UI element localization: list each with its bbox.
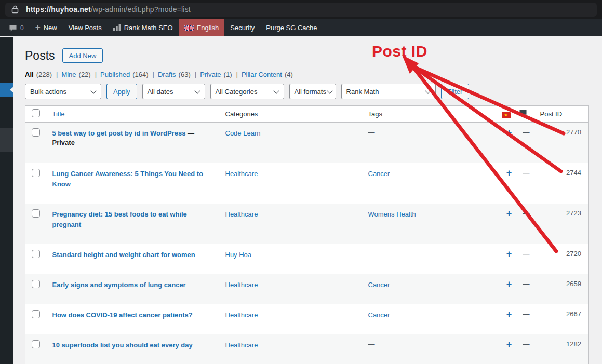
page-header: Posts Add New (25, 47, 602, 64)
admin-bar-security[interactable]: Security (224, 19, 260, 36)
add-translation-icon[interactable]: + (506, 250, 512, 258)
dates-filter-select[interactable]: All dates (142, 84, 205, 99)
post-id-value: 2667 (535, 304, 589, 334)
column-header-post-id: Post ID (535, 106, 589, 123)
vietnam-flag-icon: ★ (502, 112, 511, 118)
status-filter-item: Mine(22)| (61, 71, 97, 78)
row-checkbox[interactable] (32, 128, 40, 137)
category-link[interactable]: Healthcare (225, 170, 258, 178)
admin-bar-comments[interactable]: 0 (3, 19, 30, 36)
formats-filter-select[interactable]: All formats (289, 84, 336, 99)
row-checkbox[interactable] (32, 310, 40, 318)
post-id-value: 2723 (535, 204, 589, 244)
post-title-link[interactable]: 10 superfoods list you should eat every … (52, 341, 193, 349)
admin-menu-collapsed (0, 37, 13, 364)
no-tags-indicator: — (368, 250, 375, 258)
no-translation-indicator: — (523, 128, 530, 136)
add-translation-icon[interactable]: + (506, 280, 512, 288)
add-translation-icon[interactable]: + (506, 209, 512, 218)
add-translation-icon[interactable]: + (506, 310, 512, 318)
tag-link[interactable]: Cancer (368, 311, 390, 319)
status-filter-link[interactable]: Pillar Content (242, 71, 282, 78)
row-checkbox[interactable] (32, 209, 40, 218)
no-translation-indicator: — (523, 310, 530, 318)
status-filter-item: All(228)| (25, 71, 58, 78)
status-filter-item: Drafts(63)| (158, 71, 196, 78)
post-title-link[interactable]: Pregnancy diet: 15 best foods to eat whi… (52, 210, 187, 228)
separator: | (56, 71, 58, 78)
select-all-checkbox[interactable] (32, 109, 40, 117)
status-filter-link[interactable]: Mine (61, 71, 76, 78)
admin-bar-new-label: New (44, 24, 57, 32)
post-title-link[interactable]: Lung Cancer Awareness: 5 Things You Need… (52, 170, 204, 188)
status-filter-count: (22) (79, 71, 91, 78)
status-filter-count: (1) (224, 71, 232, 78)
category-link[interactable]: Healthcare (225, 311, 258, 319)
category-link[interactable]: Huy Hoa (225, 251, 252, 259)
add-translation-icon[interactable]: + (506, 340, 512, 348)
status-filter-count: (164) (132, 71, 148, 78)
admin-bar-language-english[interactable]: English (179, 19, 225, 36)
add-translation-icon[interactable]: + (506, 128, 512, 137)
status-filter-item: Private(1)| (200, 71, 238, 78)
row-checkbox[interactable] (32, 340, 40, 348)
separator: | (153, 71, 154, 78)
no-translation-indicator: — (523, 280, 530, 288)
no-translation-indicator: — (523, 250, 530, 258)
add-translation-icon[interactable]: + (506, 169, 512, 177)
category-link[interactable]: Healthcare (225, 281, 258, 289)
admin-bar-view-posts-label: View Posts (69, 24, 102, 32)
post-title-link[interactable]: 5 best way to get post by id in WordPres… (52, 129, 186, 137)
lock-icon[interactable] (10, 5, 20, 14)
post-id-value: 2744 (535, 163, 589, 204)
admin-bar-purge-cache[interactable]: Purge SG Cache (260, 19, 323, 36)
admin-bar-new[interactable]: + New (30, 19, 63, 36)
no-translation-indicator: — (523, 169, 530, 177)
posts-list-page: Posts Add New All(228)|Mine(22)|Publishe… (13, 37, 602, 364)
tag-link[interactable]: Womens Health (368, 210, 416, 218)
tag-link[interactable]: Cancer (368, 281, 390, 289)
post-title-link[interactable]: Early signs and symptoms of lung cancer (52, 281, 186, 289)
row-checkbox[interactable] (32, 250, 40, 258)
status-filter-link[interactable]: Published (100, 71, 130, 78)
sidebar-submenu-block (0, 128, 13, 152)
filter-button[interactable]: Filter (441, 84, 470, 99)
post-row: How does COVID-19 affect cancer patients… (25, 304, 589, 334)
status-filter-count: (228) (36, 71, 52, 78)
bulk-actions-select[interactable]: Bulk actions (25, 84, 101, 99)
row-checkbox[interactable] (32, 280, 40, 288)
browser-chrome: https://huyhoa.net/wp-admin/edit.php?mod… (0, 0, 602, 19)
plus-icon: + (35, 23, 41, 32)
annotation-post-id-label: Post ID (372, 43, 427, 60)
url-path: /wp-admin/edit.php?mode=list (91, 5, 191, 14)
category-link[interactable]: Healthcare (225, 341, 258, 349)
separator: | (236, 71, 237, 78)
post-id-value: 2720 (535, 244, 589, 274)
category-link[interactable]: Code Learn (225, 129, 261, 137)
separator: | (95, 71, 97, 78)
status-filter-link[interactable]: All (25, 71, 34, 78)
post-title-link[interactable]: Standard height and weight chart for wom… (52, 251, 195, 259)
post-title-link[interactable]: How does COVID-19 affect cancer patients… (52, 311, 193, 319)
categories-filter-select[interactable]: All Categories (210, 84, 284, 99)
status-filter-link[interactable]: Private (200, 71, 221, 78)
status-filter-link[interactable]: Drafts (158, 71, 176, 78)
sidebar-item-posts-active[interactable] (0, 83, 13, 97)
admin-bar-rank-math[interactable]: Rank Math SEO (108, 19, 179, 36)
rank-math-filter-select[interactable]: Rank Math (341, 84, 436, 99)
admin-bar-view-posts[interactable]: View Posts (63, 19, 108, 36)
posts-table-body: 5 best way to get post by id in WordPres… (25, 123, 589, 364)
status-filter-item: Published(164)| (100, 71, 154, 78)
row-checkbox[interactable] (32, 169, 40, 177)
no-translation-indicator: — (523, 209, 530, 217)
post-row: 5 best way to get post by id in WordPres… (25, 123, 589, 163)
post-id-value: 2770 (535, 123, 589, 163)
apply-button[interactable]: Apply (106, 84, 137, 99)
sort-by-title-link[interactable]: Title (52, 110, 65, 118)
separator: | (195, 71, 196, 78)
tag-link[interactable]: Cancer (368, 170, 390, 178)
category-link[interactable]: Healthcare (225, 210, 258, 218)
add-new-button[interactable]: Add New (62, 48, 103, 63)
url-host: https://huyhoa.net (26, 5, 91, 14)
address-bar[interactable]: https://huyhoa.net/wp-admin/edit.php?mod… (5, 3, 597, 17)
